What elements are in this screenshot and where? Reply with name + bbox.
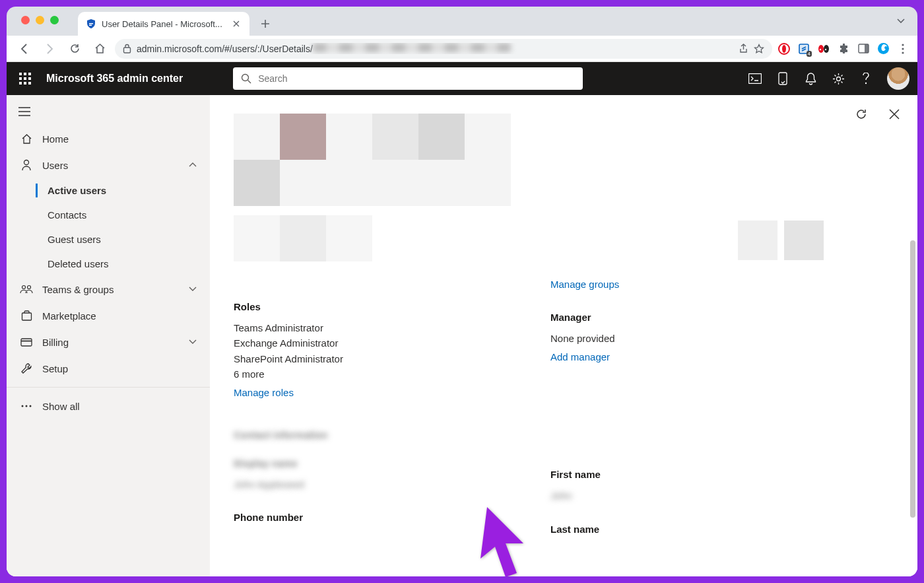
search-input[interactable] bbox=[258, 73, 575, 84]
home-button[interactable] bbox=[90, 39, 110, 59]
help-icon[interactable] bbox=[859, 72, 873, 85]
nav-show-all-label: Show all bbox=[42, 401, 80, 412]
nav-guest-users[interactable]: Guest users bbox=[7, 227, 210, 252]
kebab-menu-icon[interactable] bbox=[896, 42, 909, 55]
role-more: 6 more bbox=[234, 366, 550, 382]
refresh-panel-icon[interactable] bbox=[854, 107, 869, 121]
nav-contacts[interactable]: Contacts bbox=[7, 203, 210, 227]
svg-rect-16 bbox=[24, 73, 26, 75]
phone-number-heading: Phone number bbox=[234, 512, 550, 523]
mobile-icon[interactable] bbox=[776, 72, 789, 85]
new-tab-button[interactable] bbox=[256, 15, 275, 33]
svg-rect-22 bbox=[24, 82, 26, 85]
svg-point-31 bbox=[28, 285, 31, 289]
billing-icon bbox=[20, 335, 33, 349]
user-avatar[interactable] bbox=[887, 67, 909, 90]
svg-rect-15 bbox=[19, 73, 22, 75]
display-name-value-redacted: John Appleseed bbox=[234, 477, 550, 492]
svg-point-34 bbox=[22, 405, 24, 407]
ellipsis-icon bbox=[20, 399, 33, 413]
svg-rect-32 bbox=[22, 313, 31, 320]
m365-header: Microsoft 365 admin center bbox=[7, 62, 917, 95]
tab-close-icon[interactable] bbox=[231, 18, 242, 29]
url-text: admin.microsoft.com/#/users/:/UserDetail… bbox=[137, 43, 733, 54]
settings-icon[interactable] bbox=[832, 72, 845, 85]
nav-users[interactable]: Users bbox=[7, 152, 210, 178]
address-bar[interactable]: admin.microsoft.com/#/users/:/UserDetail… bbox=[115, 39, 772, 59]
svg-point-30 bbox=[22, 285, 26, 289]
nav-teams-groups[interactable]: Teams & groups bbox=[7, 276, 210, 302]
first-name-value-redacted: John bbox=[550, 488, 867, 503]
search-box[interactable] bbox=[233, 67, 583, 90]
nav-marketplace[interactable]: Marketplace bbox=[7, 302, 210, 329]
nav-home-label: Home bbox=[42, 133, 69, 145]
browser-tab[interactable]: User Details Panel - Microsoft... bbox=[78, 12, 249, 36]
app-title: Microsoft 365 admin center bbox=[46, 73, 183, 85]
manager-heading: Manager bbox=[550, 312, 867, 323]
nav-marketplace-label: Marketplace bbox=[42, 310, 96, 322]
back-button[interactable] bbox=[15, 39, 34, 59]
svg-rect-21 bbox=[19, 82, 22, 85]
add-manager-link[interactable]: Add manager bbox=[550, 351, 610, 362]
extension-dashlane-icon[interactable]: 4 bbox=[797, 42, 810, 55]
nav-setup[interactable]: Setup bbox=[7, 355, 210, 382]
setup-icon bbox=[20, 362, 33, 375]
nav-setup-label: Setup bbox=[42, 363, 68, 374]
app-launcher-icon[interactable] bbox=[15, 68, 36, 89]
user-icon bbox=[20, 158, 33, 172]
manager-value: None provided bbox=[550, 331, 867, 346]
svg-rect-10 bbox=[865, 44, 869, 53]
vertical-scrollbar[interactable] bbox=[908, 95, 917, 576]
minimize-window-button[interactable] bbox=[36, 16, 44, 24]
svg-rect-20 bbox=[28, 77, 31, 80]
extension-icons: 4 bbox=[777, 42, 909, 55]
extension-eyes-icon[interactable] bbox=[817, 42, 830, 55]
display-name-label-redacted: Display name bbox=[234, 458, 550, 469]
nav-users-label: Users bbox=[42, 160, 68, 171]
extensions-menu-icon[interactable] bbox=[837, 42, 850, 55]
chevron-down-icon bbox=[189, 287, 197, 292]
bookmark-icon[interactable] bbox=[754, 44, 764, 54]
svg-point-29 bbox=[24, 160, 29, 165]
forward-button[interactable] bbox=[40, 39, 59, 59]
user-details-panel: Roles Teams Administrator Exchange Admin… bbox=[210, 95, 917, 576]
svg-rect-18 bbox=[19, 77, 22, 80]
tab-overflow-icon[interactable] bbox=[896, 16, 906, 25]
window-controls bbox=[21, 16, 59, 24]
marketplace-icon bbox=[20, 309, 33, 322]
browser-toolbar: admin.microsoft.com/#/users/:/UserDetail… bbox=[7, 36, 917, 62]
svg-rect-33 bbox=[21, 339, 32, 346]
svg-point-2 bbox=[782, 45, 786, 53]
scrollbar-thumb[interactable] bbox=[910, 240, 915, 518]
extension-opera-icon[interactable] bbox=[777, 42, 791, 55]
shell-command-icon[interactable] bbox=[748, 72, 762, 85]
nav-show-all[interactable]: Show all bbox=[7, 393, 210, 419]
first-name-heading: First name bbox=[550, 469, 867, 480]
share-icon[interactable] bbox=[739, 44, 748, 53]
svg-point-36 bbox=[30, 405, 32, 407]
side-panel-icon[interactable] bbox=[857, 42, 870, 55]
svg-rect-25 bbox=[749, 74, 762, 84]
nav-active-users[interactable]: Active users bbox=[7, 178, 210, 203]
notifications-icon[interactable] bbox=[804, 72, 817, 85]
nav-billing[interactable]: Billing bbox=[7, 329, 210, 355]
chevron-down-icon bbox=[189, 339, 197, 345]
lock-icon bbox=[123, 44, 131, 53]
role-item: Exchange Administrator bbox=[234, 335, 550, 351]
reload-button[interactable] bbox=[65, 39, 84, 59]
svg-point-27 bbox=[836, 77, 840, 81]
close-panel-icon[interactable] bbox=[887, 107, 902, 121]
nav-home[interactable]: Home bbox=[7, 125, 210, 152]
svg-rect-17 bbox=[28, 73, 31, 75]
extension-swirl-icon[interactable] bbox=[876, 42, 890, 55]
manage-roles-link[interactable]: Manage roles bbox=[234, 387, 294, 398]
nav-deleted-users[interactable]: Deleted users bbox=[7, 252, 210, 276]
manage-groups-link[interactable]: Manage groups bbox=[550, 279, 619, 290]
svg-point-6 bbox=[824, 45, 829, 53]
maximize-window-button[interactable] bbox=[50, 16, 59, 24]
sidebar-toggle-icon[interactable] bbox=[7, 102, 210, 121]
svg-rect-19 bbox=[24, 77, 26, 80]
svg-point-8 bbox=[825, 48, 826, 50]
close-window-button[interactable] bbox=[21, 16, 30, 24]
redacted-right-block bbox=[738, 221, 824, 260]
